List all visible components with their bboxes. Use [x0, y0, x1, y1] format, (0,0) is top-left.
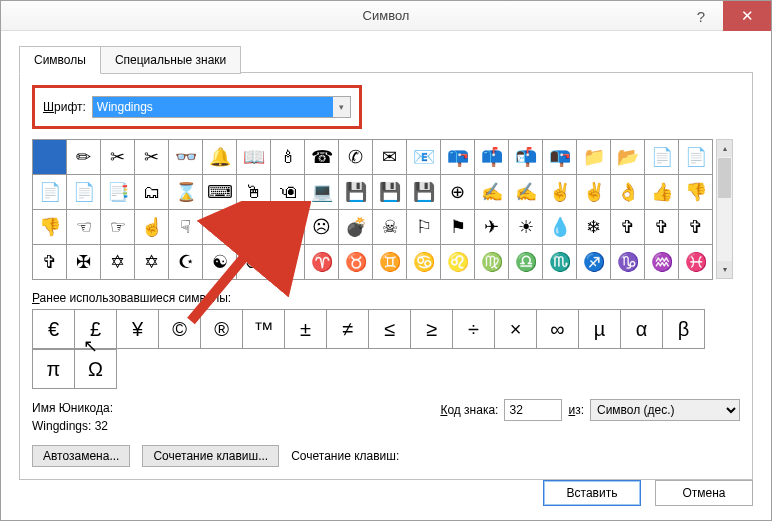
recent-symbol-cell[interactable]: © — [158, 309, 201, 349]
symbol-cell[interactable]: 👌 — [610, 174, 645, 210]
autocorrect-button[interactable]: Автозамена... — [32, 445, 130, 467]
symbol-cell[interactable]: ♎ — [508, 244, 543, 280]
char-code-input[interactable] — [504, 399, 562, 421]
grid-scrollbar[interactable]: ▴ ▾ — [716, 139, 733, 279]
symbol-cell[interactable]: 💻 — [304, 174, 339, 210]
recent-symbol-cell[interactable]: ® — [200, 309, 243, 349]
symbol-cell[interactable] — [32, 139, 67, 175]
symbol-cell[interactable]: ✉ — [372, 139, 407, 175]
symbol-cell[interactable]: 📫 — [474, 139, 509, 175]
symbol-cell[interactable]: ♍ — [474, 244, 509, 280]
symbol-cell[interactable]: ♉ — [338, 244, 373, 280]
scroll-thumb[interactable] — [718, 158, 731, 198]
symbol-cell[interactable]: 👍 — [644, 174, 679, 210]
symbol-cell[interactable]: 👎 — [678, 174, 713, 210]
symbol-cell[interactable]: 💧 — [542, 209, 577, 245]
symbol-cell[interactable]: ❄ — [576, 209, 611, 245]
symbol-cell[interactable]: ♋ — [406, 244, 441, 280]
symbol-cell[interactable]: ⚑ — [440, 209, 475, 245]
symbol-cell[interactable]: 💾 — [338, 174, 373, 210]
symbol-cell[interactable]: 📧 — [406, 139, 441, 175]
symbol-cell[interactable]: 📪 — [440, 139, 475, 175]
recent-symbol-cell[interactable]: ÷ — [452, 309, 495, 349]
symbol-cell[interactable]: ☹ — [304, 209, 339, 245]
recent-symbol-cell[interactable]: µ — [578, 309, 621, 349]
from-select[interactable]: Символ (дес.) — [590, 399, 740, 421]
symbol-cell[interactable]: ☟ — [168, 209, 203, 245]
recent-symbol-cell[interactable]: ™ — [242, 309, 285, 349]
symbol-cell[interactable]: ✆ — [338, 139, 373, 175]
recent-symbol-cell[interactable]: ∞ — [536, 309, 579, 349]
recent-symbol-cell[interactable]: £ — [74, 309, 117, 349]
symbol-cell[interactable]: 👎 — [32, 209, 67, 245]
symbol-cell[interactable]: ॐ — [236, 244, 271, 280]
symbol-cell[interactable]: ✍ — [474, 174, 509, 210]
recent-symbol-cell[interactable]: € — [32, 309, 75, 349]
symbol-cell[interactable]: ♑ — [610, 244, 645, 280]
recent-symbol-cell[interactable]: × — [494, 309, 537, 349]
symbol-cell[interactable]: 📄 — [678, 139, 713, 175]
tab-special-chars[interactable]: Специальные знаки — [101, 46, 241, 74]
symbol-cell[interactable]: 📬 — [508, 139, 543, 175]
symbol-cell[interactable]: ☠ — [372, 209, 407, 245]
symbol-cell[interactable]: 📁 — [576, 139, 611, 175]
symbol-cell[interactable]: ✌ — [542, 174, 577, 210]
recent-symbol-cell[interactable]: ≤ — [368, 309, 411, 349]
symbol-cell[interactable]: ♐ — [576, 244, 611, 280]
recent-symbol-cell[interactable]: β — [662, 309, 705, 349]
symbol-cell[interactable]: 🗂 — [134, 174, 169, 210]
symbol-cell[interactable]: ☀ — [508, 209, 543, 245]
symbol-cell[interactable]: 📄 — [644, 139, 679, 175]
symbol-cell[interactable]: ☺ — [270, 209, 305, 245]
symbol-cell[interactable]: ☯ — [202, 244, 237, 280]
chevron-down-icon[interactable]: ▾ — [333, 96, 351, 118]
scroll-up-icon[interactable]: ▴ — [717, 140, 732, 157]
symbol-cell[interactable]: 💾 — [406, 174, 441, 210]
recent-symbol-cell[interactable]: Ω — [74, 349, 117, 389]
symbol-cell[interactable]: 💾 — [372, 174, 407, 210]
symbol-cell[interactable]: ☸ — [270, 244, 305, 280]
symbol-cell[interactable]: ✞ — [644, 209, 679, 245]
symbol-cell[interactable]: ✂ — [134, 139, 169, 175]
recent-symbol-cell[interactable]: ± — [284, 309, 327, 349]
symbol-cell[interactable]: ☝ — [134, 209, 169, 245]
symbol-cell[interactable]: 📖 — [236, 139, 271, 175]
close-button[interactable]: ✕ — [723, 1, 771, 31]
symbol-cell[interactable]: ✞ — [32, 244, 67, 280]
symbol-cell[interactable]: ⊕ — [440, 174, 475, 210]
recent-symbol-cell[interactable]: π — [32, 349, 75, 389]
symbol-cell[interactable]: ☎ — [304, 139, 339, 175]
symbol-cell[interactable]: ✡ — [100, 244, 135, 280]
symbol-cell[interactable]: 📂 — [610, 139, 645, 175]
symbol-cell[interactable]: 📄 — [32, 174, 67, 210]
tab-symbols[interactable]: Символы — [19, 46, 101, 74]
font-select[interactable]: ▾ — [92, 96, 351, 118]
symbol-cell[interactable]: 🖱 — [236, 174, 271, 210]
symbol-cell[interactable]: ✋ — [202, 209, 237, 245]
symbol-cell[interactable]: ⌨ — [202, 174, 237, 210]
symbol-cell[interactable]: ✡ — [134, 244, 169, 280]
symbol-cell[interactable]: ♒ — [644, 244, 679, 280]
symbol-cell[interactable]: ✏ — [66, 139, 101, 175]
recent-symbol-cell[interactable]: α — [620, 309, 663, 349]
symbol-cell[interactable]: ✈ — [474, 209, 509, 245]
symbol-cell[interactable]: 📑 — [100, 174, 135, 210]
help-button[interactable]: ? — [679, 1, 723, 31]
symbol-cell[interactable]: ♊ — [372, 244, 407, 280]
symbol-cell[interactable]: ♈ — [304, 244, 339, 280]
symbol-cell[interactable]: 🕯 — [270, 139, 305, 175]
cancel-button[interactable]: Отмена — [655, 480, 753, 506]
recent-symbol-cell[interactable]: ≥ — [410, 309, 453, 349]
symbol-cell[interactable]: ✌ — [576, 174, 611, 210]
insert-button[interactable]: Вставить — [543, 480, 641, 506]
symbol-cell[interactable]: 👓 — [168, 139, 203, 175]
symbol-cell[interactable]: ☜ — [66, 209, 101, 245]
symbol-cell[interactable]: ✞ — [610, 209, 645, 245]
symbol-cell[interactable]: ♌ — [440, 244, 475, 280]
symbol-cell[interactable]: ♓ — [678, 244, 713, 280]
symbol-cell[interactable]: ✠ — [66, 244, 101, 280]
symbol-cell[interactable]: ⌛ — [168, 174, 203, 210]
symbol-cell[interactable]: ☞ — [100, 209, 135, 245]
symbol-cell[interactable]: ✞ — [678, 209, 713, 245]
symbol-cell[interactable]: ⚐ — [406, 209, 441, 245]
